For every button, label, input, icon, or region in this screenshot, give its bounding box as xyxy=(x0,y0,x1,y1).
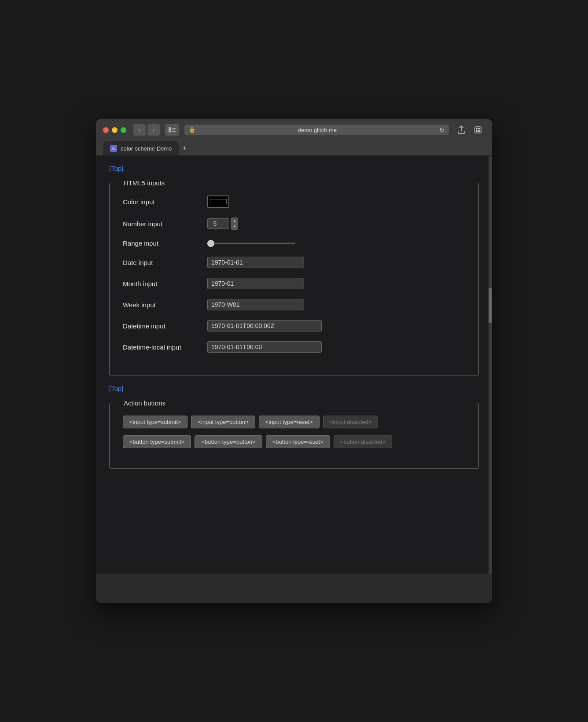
month-label: Month input xyxy=(123,280,202,287)
nav-buttons: ‹ › xyxy=(133,124,160,136)
svg-rect-6 xyxy=(478,128,480,129)
number-input-row: Number input ▲ ▼ xyxy=(123,217,465,230)
color-input-row: Color input xyxy=(123,195,465,208)
color-input[interactable] xyxy=(207,195,229,208)
tab-favicon: c xyxy=(110,145,117,152)
reload-button[interactable]: ↻ xyxy=(439,126,445,133)
datetime-local-label: Datetime-local input xyxy=(123,343,202,351)
svg-rect-5 xyxy=(476,128,478,129)
input-submit-button[interactable] xyxy=(123,416,187,428)
new-tab-button[interactable]: + xyxy=(182,144,187,153)
range-label: Range input xyxy=(123,239,202,247)
number-label: Number input xyxy=(123,220,202,228)
input-disabled-button xyxy=(323,416,378,428)
button-elements-group: <button type=submit> <button type=button… xyxy=(123,435,465,448)
svg-rect-4 xyxy=(475,127,481,133)
button-reset-button[interactable]: <button type=reset> xyxy=(266,435,330,448)
datetime-input-row: Datetime input xyxy=(123,320,465,332)
action-buttons-legend: Action buttons xyxy=(121,399,168,407)
month-input[interactable] xyxy=(207,278,304,289)
month-input-row: Month input xyxy=(123,278,465,289)
address-bar-container[interactable]: 🔒 ↻ xyxy=(184,125,449,135)
svg-rect-1 xyxy=(172,128,176,129)
color-label: Color input xyxy=(123,198,202,206)
input-reset-button[interactable] xyxy=(259,416,320,428)
spinner-down-button[interactable]: ▼ xyxy=(232,224,238,229)
date-input-row: Date input xyxy=(123,257,465,268)
svg-rect-8 xyxy=(478,130,480,132)
week-label: Week input xyxy=(123,301,202,309)
address-input[interactable] xyxy=(198,127,437,133)
scrollbar-thumb[interactable] xyxy=(489,288,492,323)
tab-bar: c color-scheme Demo + xyxy=(96,141,492,156)
html5-inputs-section: HTML5 inputs Color input Number input ▲ … xyxy=(109,179,479,376)
svg-rect-2 xyxy=(172,130,176,131)
range-input[interactable] xyxy=(207,243,295,244)
button-disabled-button: <button disabled> xyxy=(334,435,392,448)
svg-rect-7 xyxy=(476,130,478,132)
date-label: Date input xyxy=(123,259,202,266)
number-input[interactable] xyxy=(207,218,229,229)
toolbar-buttons xyxy=(454,124,485,136)
datetime-input[interactable] xyxy=(207,320,322,332)
html5-inputs-legend: HTML5 inputs xyxy=(121,179,167,187)
traffic-lights xyxy=(103,127,126,133)
share-button[interactable] xyxy=(454,124,468,136)
close-button[interactable] xyxy=(103,127,109,133)
svg-rect-3 xyxy=(172,131,176,132)
browser-tab[interactable]: c color-scheme Demo xyxy=(103,141,179,155)
lock-icon: 🔒 xyxy=(189,127,195,133)
week-input-row: Week input xyxy=(123,299,465,310)
forward-button[interactable]: › xyxy=(147,124,160,136)
number-input-wrapper: ▲ ▼ xyxy=(207,217,238,230)
input-button-button[interactable] xyxy=(191,416,255,428)
page-content: [Top] HTML5 inputs Color input Number in… xyxy=(96,156,492,574)
week-input[interactable] xyxy=(207,299,304,310)
title-bar: ‹ › 🔒 ↻ xyxy=(96,119,492,141)
back-button[interactable]: ‹ xyxy=(133,124,146,136)
button-button-button[interactable]: <button type=button> xyxy=(195,435,262,448)
datetime-local-input[interactable] xyxy=(207,341,322,353)
minimize-button[interactable] xyxy=(112,127,118,133)
page-wrapper: [Top] HTML5 inputs Color input Number in… xyxy=(96,156,492,574)
tab-title: color-scheme Demo xyxy=(121,145,172,152)
range-input-row: Range input xyxy=(123,239,465,247)
date-input[interactable] xyxy=(207,257,304,268)
datetime-local-input-row: Datetime-local input xyxy=(123,341,465,353)
top-link-1[interactable]: [Top] xyxy=(109,165,124,172)
input-buttons-group xyxy=(123,416,465,428)
spinner-up-button[interactable]: ▲ xyxy=(232,218,238,224)
sidebar-button[interactable] xyxy=(165,124,179,136)
action-buttons-section: Action buttons <button type=submit> <but… xyxy=(109,399,479,469)
svg-rect-0 xyxy=(169,127,171,133)
fullscreen-button[interactable] xyxy=(121,127,126,133)
tab-overview-button[interactable] xyxy=(471,124,485,136)
datetime-label: Datetime input xyxy=(123,322,202,330)
scrollbar[interactable] xyxy=(489,156,492,574)
button-submit-button[interactable]: <button type=submit> xyxy=(123,435,191,448)
top-link-2[interactable]: [Top] xyxy=(109,385,124,392)
number-spinner[interactable]: ▲ ▼ xyxy=(231,217,238,230)
